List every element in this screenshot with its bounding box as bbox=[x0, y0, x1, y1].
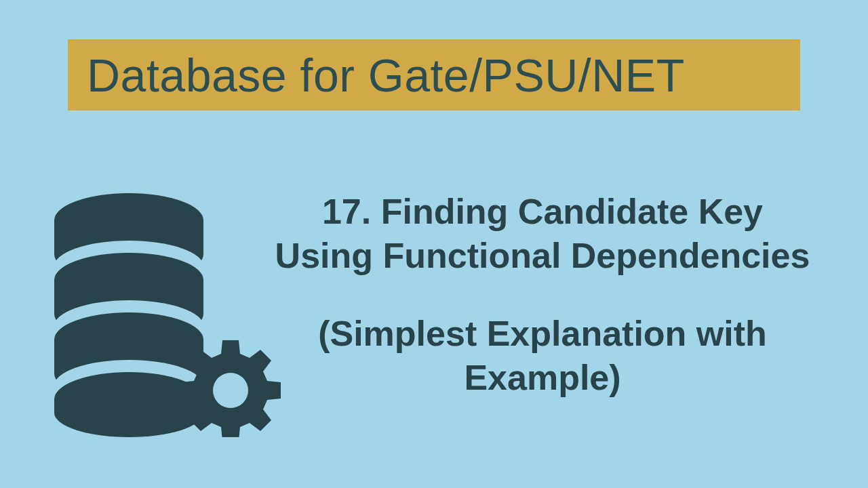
database-gear-illustration bbox=[51, 193, 268, 451]
title-banner: Database for Gate/PSU/NET bbox=[68, 39, 800, 110]
subheading-line2: Example) bbox=[244, 356, 841, 400]
topic-heading-line2: Using Functional Dependencies bbox=[244, 234, 841, 278]
course-title: Database for Gate/PSU/NET bbox=[87, 49, 685, 102]
topic-subheading: (Simplest Explanation with Example) bbox=[244, 312, 841, 400]
svg-point-15 bbox=[213, 373, 248, 408]
subheading-line1: (Simplest Explanation with bbox=[244, 312, 841, 356]
topic-content: 17. Finding Candidate Key Using Function… bbox=[244, 190, 841, 400]
topic-heading-line1: 17. Finding Candidate Key bbox=[244, 190, 841, 234]
